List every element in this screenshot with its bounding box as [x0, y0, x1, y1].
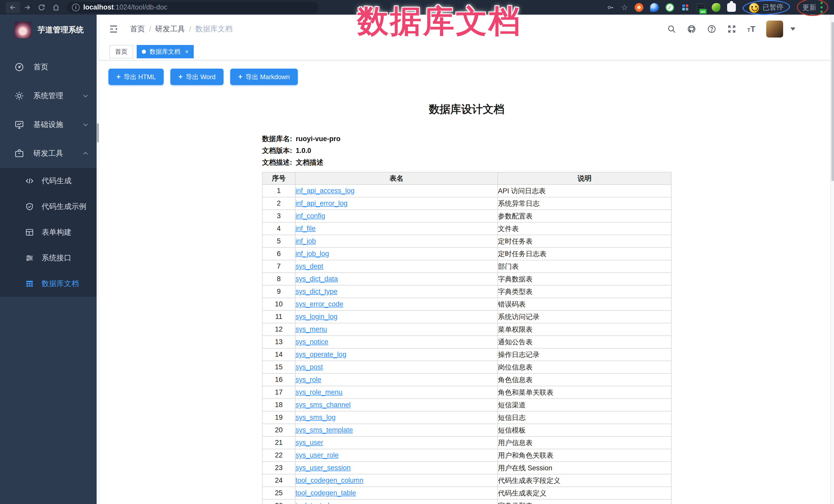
address-bar[interactable]: i localhost:1024/tool/db-doc [67, 2, 319, 13]
export-html-button[interactable]: + 导出 HTML [108, 69, 164, 85]
extension-icon-green[interactable] [712, 3, 720, 12]
password-key-icon[interactable] [607, 4, 614, 11]
row-description: 代码生成表字段定义 [498, 474, 671, 487]
extension-icon-orange[interactable] [635, 3, 643, 12]
page-scrollbar-thumb[interactable] [831, 22, 834, 181]
table-name-link[interactable]: sys_notice [295, 338, 328, 346]
row-description: 部门表 [498, 260, 671, 273]
table-row: 7 sys_dept 部门表 [262, 260, 671, 273]
sidebar-item-home[interactable]: 首页 [0, 53, 99, 82]
table-name-link[interactable]: tool_codegen_column [295, 477, 363, 484]
tag-db-doc[interactable]: 数据库文档 × [137, 45, 194, 58]
sidebar: 芋道管理系统 首页 系统管理 [0, 15, 99, 504]
sidebar-item-infra[interactable]: 基础设施 [0, 110, 99, 139]
row-index: 4 [262, 222, 295, 235]
table-name-link[interactable]: sys_dept [295, 262, 323, 270]
briefcase-icon [15, 149, 24, 158]
user-avatar[interactable] [766, 21, 783, 38]
site-info-icon[interactable]: i [72, 4, 80, 11]
extension-icon-switch[interactable]: on [696, 3, 705, 12]
devtools-submenu: 代码生成 代码生成示例 表单构建 [0, 168, 99, 297]
browser-reload-button[interactable] [35, 2, 49, 13]
sidebar-fold-icon[interactable] [108, 24, 119, 34]
table-name-link[interactable]: inf_file [295, 225, 315, 232]
plus-icon: + [238, 73, 242, 81]
tag-home[interactable]: 首页 [109, 45, 133, 58]
row-index: 7 [262, 260, 295, 273]
table-name-link[interactable]: sys_user [295, 439, 323, 446]
table-row: 20 sys_sms_template 短信模板 [262, 424, 671, 436]
user-menu-caret-icon[interactable] [790, 27, 795, 30]
sidebar-item-label: 数据库文档 [42, 279, 79, 289]
fullscreen-icon[interactable] [727, 24, 737, 34]
browser-home-button[interactable] [49, 2, 63, 13]
export-markdown-button[interactable]: + 导出 Markdown [230, 69, 298, 85]
browser-menu-icon[interactable] [820, 2, 823, 13]
table-name-link[interactable]: sys_dict_type [295, 288, 337, 295]
table-name-link[interactable]: sys_login_log [295, 313, 337, 321]
page-scrollbar[interactable] [830, 15, 834, 504]
search-icon[interactable] [667, 24, 676, 34]
table-name-link[interactable]: sys_operate_log [295, 351, 346, 358]
row-description: 短信日志 [498, 411, 671, 424]
plus-icon: + [116, 73, 120, 81]
sidebar-item-codegen[interactable]: 代码生成 [0, 168, 99, 194]
plus-icon: + [178, 73, 182, 81]
table-name-link[interactable]: sys_menu [295, 325, 327, 333]
extension-icon-blue-pin[interactable] [650, 3, 659, 12]
profile-paused-annotation[interactable]: 已暂停 [742, 0, 790, 16]
font-size-icon[interactable]: TT [747, 24, 755, 34]
export-word-button[interactable]: + 导出 Word [170, 69, 223, 85]
table-name-link[interactable]: tool_test_demo [295, 502, 343, 504]
table-name-link[interactable]: sys_sms_template [295, 426, 353, 434]
update-label: 更新 [803, 3, 816, 12]
help-icon[interactable] [707, 24, 716, 34]
sidebar-item-devtools[interactable]: 研发工具 [0, 139, 99, 168]
table-name-link[interactable]: inf_job [295, 237, 316, 245]
monitor-icon [15, 120, 24, 130]
table-name-link[interactable]: sys_dict_data [295, 275, 338, 283]
row-index: 17 [262, 386, 295, 399]
table-name-link[interactable]: sys_role_menu [295, 388, 343, 396]
table-name-link[interactable]: sys_error_code [295, 300, 343, 308]
table-name-link[interactable]: sys_sms_log [295, 414, 335, 421]
table-name-link[interactable]: sys_role [295, 376, 322, 384]
app-logo-row[interactable]: 芋道管理系统 [0, 15, 99, 41]
browser-forward-button[interactable] [20, 2, 35, 13]
sidebar-scrollbar[interactable] [96, 15, 99, 504]
table-name-link[interactable]: sys_post [295, 363, 323, 371]
table-name-link[interactable]: sys_user_role [295, 451, 338, 459]
breadcrumb-devtools[interactable]: 研发工具 [155, 24, 185, 34]
github-icon[interactable] [687, 24, 696, 34]
row-description: 菜单权限表 [498, 323, 671, 336]
extension-icon-green-check[interactable]: ✓ [665, 3, 674, 12]
extension-icon-grid[interactable] [681, 3, 689, 12]
row-index: 23 [262, 462, 295, 474]
tag-close-icon[interactable]: × [185, 48, 189, 55]
form-icon [25, 228, 34, 237]
breadcrumb-home[interactable]: 首页 [130, 24, 145, 34]
browser-back-button[interactable] [6, 2, 20, 13]
table-name-link[interactable]: inf_api_access_log [295, 187, 355, 195]
table-name-link[interactable]: sys_sms_channel [295, 401, 351, 409]
breadcrumb: 首页 / 研发工具 / 数据库文档 [130, 24, 233, 34]
table-name-link[interactable]: inf_api_error_log [295, 199, 348, 207]
table-name-link[interactable]: sys_user_session [295, 464, 351, 472]
extensions-puzzle-icon[interactable] [727, 3, 736, 12]
sidebar-item-system-api[interactable]: 系统接口 [0, 245, 99, 271]
sliders-icon [25, 254, 34, 262]
table-name-link[interactable]: inf_config [295, 212, 325, 220]
sidebar-item-codegen-demo[interactable]: 代码生成示例 [0, 194, 99, 219]
bookmark-star-icon[interactable]: ☆ [621, 4, 628, 11]
sidebar-item-db-doc[interactable]: 数据库文档 [0, 271, 99, 297]
table-row: 24 tool_codegen_column 代码生成表字段定义 [262, 474, 671, 487]
table-name-link[interactable]: tool_codegen_table [295, 489, 356, 497]
sidebar-item-form-builder[interactable]: 表单构建 [0, 219, 99, 245]
row-index: 11 [262, 310, 295, 323]
chevron-up-icon [82, 150, 89, 157]
row-index: 26 [262, 499, 295, 504]
sidebar-item-system[interactable]: 系统管理 [0, 82, 99, 110]
browser-update-annotation[interactable]: 更新 [797, 0, 828, 16]
table-name-link[interactable]: inf_job_log [295, 250, 329, 258]
sidebar-scrollbar-thumb[interactable] [97, 123, 99, 143]
